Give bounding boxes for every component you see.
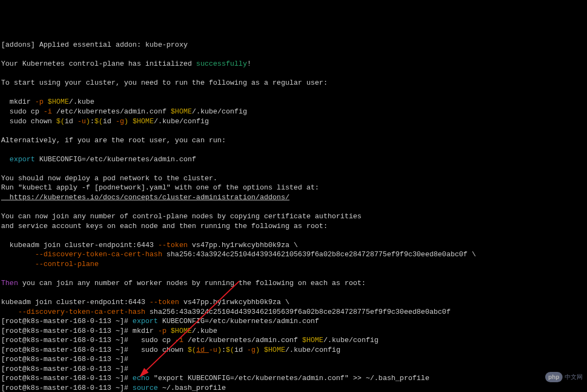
prompt-chown: [root@k8s-master-168-0-113 ~]# sudo chow… xyxy=(1,346,340,354)
watermark-logo-icon: php xyxy=(545,372,563,382)
line-deploy-link: https://kubernetes.io/docs/concepts/clus… xyxy=(1,193,290,201)
prompt-empty1: [root@k8s-master-168-0-113 ~]# xyxy=(1,355,133,363)
line-kubeadm-hash2: --discovery-token-ca-cert-hash sha256:43… xyxy=(1,308,451,316)
line-join1: You can now join any number of control-p… xyxy=(1,212,361,220)
line-mkdir: mkdir -p $HOME/.kube xyxy=(1,98,95,106)
line-deploy1: You should now deploy a pod network to t… xyxy=(1,174,217,182)
line-kubeadm-join2: kubeadm join cluster-endpoint:6443 --tok… xyxy=(1,298,290,306)
line-export: export KUBECONFIG=/etc/kubernetes/admin.… xyxy=(1,155,196,163)
watermark: php 中文网 xyxy=(545,372,583,382)
line-start: To start using your cluster, you need to… xyxy=(1,79,328,87)
prompt-export: [root@k8s-master-168-0-113 ~]# export KU… xyxy=(1,317,319,325)
prompt-cp: [root@k8s-master-168-0-113 ~]# sudo cp -… xyxy=(1,336,378,344)
line-then: Then you can join any number of worker n… xyxy=(1,279,366,287)
line-kubeadm-cp: --control-plane xyxy=(1,260,98,268)
prompt-source: [root@k8s-master-168-0-113 ~]# source ~/… xyxy=(1,384,226,392)
terminal-output[interactable]: [addons] Applied essential addon: kube-p… xyxy=(1,40,586,392)
line-deploy2: Run "kubectl apply -f [podnetwork].yaml"… xyxy=(1,184,319,192)
line-init: Your Kubernetes control-plane has initia… xyxy=(1,60,251,68)
line-join2: and service account keys on each node an… xyxy=(1,222,328,230)
line-chown: sudo chown $(id -u):$(id -g) $HOME/.kube… xyxy=(1,117,209,125)
line-addons: [addons] Applied essential addon: kube-p… xyxy=(1,41,188,49)
watermark-text: 中文网 xyxy=(565,373,583,381)
prompt-empty2: [root@k8s-master-168-0-113 ~]# xyxy=(1,365,133,373)
line-cp: sudo cp -i /etc/kubernetes/admin.conf $H… xyxy=(1,108,247,116)
line-kubeadm-join: kubeadm join cluster-endpoint:6443 --tok… xyxy=(1,241,298,249)
line-alt: Alternatively, if you are the root user,… xyxy=(1,136,226,144)
prompt-echo: [root@k8s-master-168-0-113 ~]# echo "exp… xyxy=(1,374,429,382)
line-kubeadm-hash: --discovery-token-ca-cert-hash sha256:43… xyxy=(1,250,476,258)
prompt-mkdir: [root@k8s-master-168-0-113 ~]# mkdir -p … xyxy=(1,327,217,335)
